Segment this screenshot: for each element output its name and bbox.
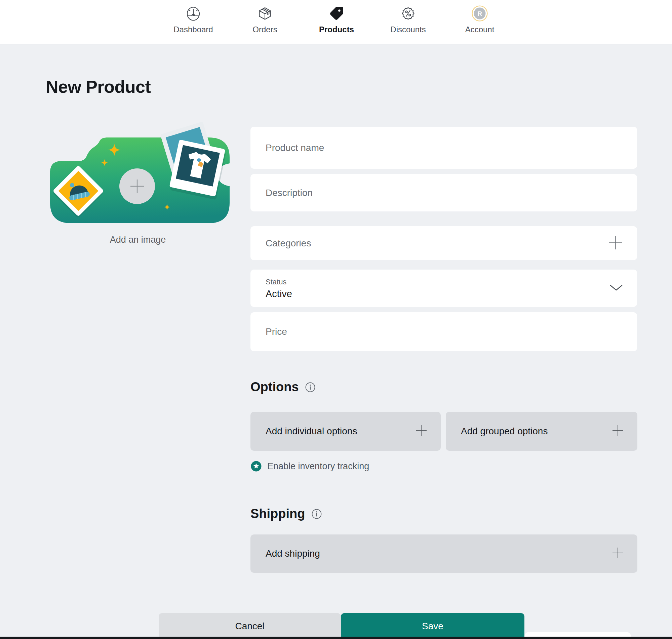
status-field[interactable]: Status Active: [250, 269, 637, 307]
save-button[interactable]: Save: [341, 613, 525, 639]
options-section-heading: Options: [250, 380, 316, 394]
nav-label-account: Account: [465, 25, 495, 34]
plus-icon: [612, 547, 624, 560]
nav-label-orders: Orders: [252, 25, 277, 34]
info-icon[interactable]: [311, 509, 322, 519]
description-field[interactable]: [250, 174, 637, 212]
shipping-heading: Shipping: [250, 506, 305, 521]
nav-item-dashboard[interactable]: Dashboard: [167, 5, 220, 34]
nav-item-orders[interactable]: Orders: [238, 5, 292, 34]
add-image-label: Add an image: [45, 235, 230, 245]
add-grouped-options-label: Add grouped options: [461, 426, 548, 437]
chevron-down-icon: [609, 284, 623, 293]
avatar-initial: R: [478, 10, 482, 17]
plus-icon: [415, 424, 427, 438]
image-upload-area[interactable]: Add an image: [45, 125, 230, 245]
top-nav: Dashboard Orders: [0, 0, 672, 44]
gauge-icon: [185, 5, 201, 21]
price-field[interactable]: [250, 312, 637, 351]
options-heading: Options: [250, 380, 299, 394]
discount-badge-icon: [400, 5, 416, 21]
account-avatar: R: [472, 5, 488, 21]
bottom-edge-bar: [0, 637, 672, 639]
categories-field[interactable]: [250, 226, 637, 260]
nav-label-products: Products: [319, 25, 354, 34]
tag-icon: [328, 5, 345, 21]
product-name-field[interactable]: [250, 127, 637, 169]
status-label: Status: [266, 278, 286, 286]
price-input[interactable]: [250, 312, 637, 351]
enable-inventory-tracking[interactable]: Enable inventory tracking: [250, 461, 369, 472]
nav-item-products[interactable]: Products: [310, 5, 363, 34]
cancel-button[interactable]: Cancel: [159, 613, 341, 639]
description-input[interactable]: [250, 174, 637, 212]
add-individual-options-button[interactable]: Add individual options: [250, 412, 441, 451]
enable-inventory-tracking-label: Enable inventory tracking: [267, 461, 369, 472]
plus-icon: [612, 424, 624, 438]
nav-label-discounts: Discounts: [390, 25, 426, 34]
nav-item-account[interactable]: R Account: [453, 5, 506, 34]
add-image-button: [119, 168, 155, 204]
nav-label-dashboard: Dashboard: [173, 25, 213, 34]
add-category-plus-icon[interactable]: [608, 235, 623, 251]
image-upload-illustration: [45, 125, 230, 226]
add-shipping-label: Add shipping: [266, 548, 320, 559]
status-value: Active: [266, 289, 292, 299]
add-shipping-button[interactable]: Add shipping: [250, 534, 637, 573]
star-badge-icon: [250, 461, 262, 472]
info-icon[interactable]: [305, 382, 316, 393]
add-individual-options-label: Add individual options: [266, 426, 357, 437]
top-nav-items: Dashboard Orders: [167, 5, 506, 34]
page-title: New Product: [46, 77, 151, 97]
box-icon: [257, 5, 273, 21]
add-grouped-options-button[interactable]: Add grouped options: [446, 412, 637, 451]
categories-input[interactable]: [250, 226, 637, 260]
product-name-input[interactable]: [250, 127, 637, 169]
shipping-section-heading: Shipping: [250, 506, 322, 521]
nav-item-discounts[interactable]: Discounts: [381, 5, 435, 34]
